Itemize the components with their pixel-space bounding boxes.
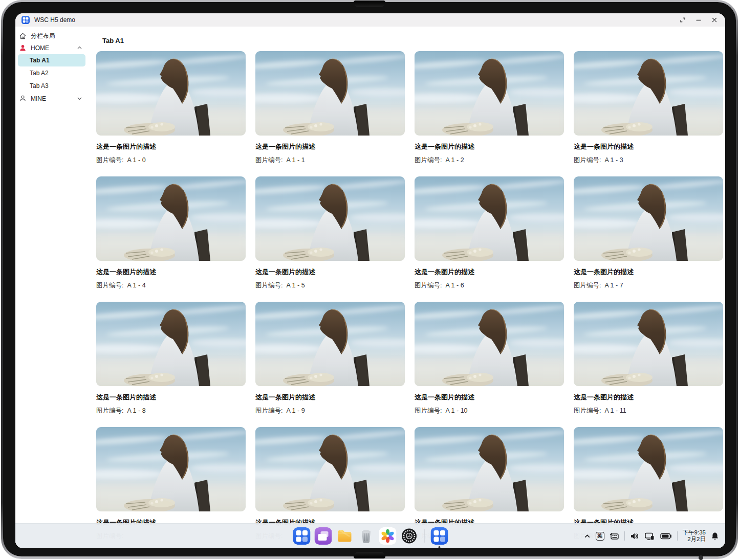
- language-indicator[interactable]: 英: [596, 532, 604, 541]
- screen: WSC H5 demo: [15, 13, 725, 548]
- image-card[interactable]: 这是一条图片的描述 图片编号:A 1 - 10: [415, 302, 564, 415]
- person-icon-outline: [19, 95, 27, 102]
- image-card[interactable]: 这是一条图片的描述 图片编号:A 1 - 11: [574, 302, 723, 415]
- card-number-value: A 1 - 0: [127, 156, 145, 164]
- system-tray: 英: [584, 524, 719, 548]
- volume-icon[interactable]: [630, 532, 639, 540]
- card-photo: [415, 302, 564, 386]
- tray-separator: [624, 531, 625, 541]
- card-number-prefix: 图片编号:: [96, 407, 123, 414]
- card-number-prefix: 图片编号:: [574, 282, 601, 289]
- card-number-prefix: 图片编号:: [574, 156, 601, 164]
- sidebar-group-home[interactable]: HOME: [15, 42, 85, 54]
- float-window-button[interactable]: [679, 16, 686, 24]
- settings-gear-icon[interactable]: [400, 527, 418, 545]
- close-button[interactable]: [711, 16, 718, 24]
- clock-date: 2月2日: [683, 536, 706, 543]
- app-launcher-icon[interactable]: [293, 527, 310, 545]
- card-number-value: A 1 - 8: [127, 407, 145, 414]
- card-number-line: 图片编号:A 1 - 2: [415, 156, 564, 165]
- card-number-line: 图片编号:A 1 - 3: [574, 156, 723, 165]
- card-number-value: A 1 - 1: [286, 156, 305, 164]
- clock[interactable]: 下午9:35 2月2日: [683, 529, 706, 543]
- card-number-value: A 1 - 2: [445, 156, 464, 164]
- chevron-up-icon: [77, 45, 82, 51]
- card-number-prefix: 图片编号:: [96, 282, 123, 289]
- sidebar-item-label: 分栏布局: [31, 32, 55, 40]
- battery-icon[interactable]: [660, 533, 672, 540]
- image-card[interactable]: 这是一条图片的描述 图片编号:A 1 - 4: [96, 176, 246, 290]
- card-number-prefix: 图片编号:: [415, 156, 442, 164]
- device-knob: [699, 555, 703, 560]
- card-photo: [96, 302, 246, 386]
- dock: [293, 524, 448, 548]
- card-number-line: 图片编号:A 1 - 7: [574, 281, 723, 290]
- files-folder-icon[interactable]: [336, 527, 353, 545]
- tab-label: Tab A1: [30, 57, 50, 64]
- card-number-line: 图片编号:A 1 - 11: [574, 407, 723, 415]
- card-photo: [96, 427, 246, 511]
- image-card[interactable]: 这是一条图片的描述 图片编号:A 1 - 1: [255, 51, 405, 165]
- sidebar-group-mine[interactable]: MINE: [15, 93, 85, 104]
- device-collaboration-icon[interactable]: [644, 532, 655, 541]
- tab-label: Tab A2: [30, 70, 49, 77]
- image-card[interactable]: 这是一条图片的描述 图片编号:A 1 - 3: [574, 51, 723, 165]
- card-photo: [255, 176, 405, 261]
- card-description: 这是一条图片的描述: [255, 393, 405, 402]
- page-title: Tab A1: [102, 37, 725, 44]
- image-card[interactable]: 这是一条图片的描述 图片编号:A 1 - 6: [415, 176, 564, 290]
- sidebar-item-tab-a3[interactable]: Tab A3: [18, 80, 85, 92]
- notification-bell-icon[interactable]: [711, 532, 719, 541]
- card-number-prefix: 图片编号:: [415, 282, 442, 289]
- card-number-value: A 1 - 7: [604, 282, 623, 289]
- taskbar: 英: [15, 523, 725, 548]
- image-card[interactable]: 这是一条图片的描述 图片编号:A 1 - 7: [574, 176, 723, 290]
- running-app-wsc[interactable]: [430, 527, 448, 545]
- hinge-bottom: [354, 552, 385, 558]
- tray-expand-icon[interactable]: [584, 533, 591, 540]
- card-grid: 这是一条图片的描述 图片编号:A 1 - 0 这是一条图片的描述 图片编号:A …: [96, 51, 725, 541]
- card-photo: [574, 302, 723, 386]
- card-photo: [255, 51, 405, 136]
- card-number-value: A 1 - 4: [127, 282, 145, 289]
- running-indicator-dot: [438, 546, 440, 548]
- image-card[interactable]: 这是一条图片的描述 图片编号:A 1 - 8: [96, 302, 246, 415]
- image-card[interactable]: 这是一条图片的描述 图片编号:A 1 - 2: [415, 51, 564, 165]
- card-photo: [255, 302, 405, 386]
- card-description: 这是一条图片的描述: [255, 142, 405, 151]
- trash-icon[interactable]: [357, 527, 375, 545]
- card-description: 这是一条图片的描述: [96, 142, 246, 151]
- image-card[interactable]: 这是一条图片的描述 图片编号:A 1 - 0: [96, 51, 246, 165]
- input-method-icon[interactable]: [610, 532, 619, 541]
- card-number-value: A 1 - 5: [286, 282, 305, 289]
- card-description: 这是一条图片的描述: [415, 393, 564, 402]
- sidebar-item-tab-a2[interactable]: Tab A2: [18, 67, 85, 79]
- card-photo: [574, 176, 723, 261]
- card-number-line: 图片编号:A 1 - 1: [255, 156, 405, 165]
- gallery-icon[interactable]: [379, 527, 396, 545]
- card-number-line: 图片编号:A 1 - 0: [96, 156, 246, 165]
- tab-label: Tab A3: [30, 82, 49, 89]
- app-grid-icon: [21, 16, 30, 24]
- card-number-line: 图片编号:A 1 - 6: [415, 281, 564, 290]
- window-titlebar: WSC H5 demo: [15, 13, 725, 27]
- card-number-line: 图片编号:A 1 - 10: [415, 407, 564, 415]
- home-icon: [19, 32, 27, 40]
- card-description: 这是一条图片的描述: [415, 267, 564, 277]
- card-number-prefix: 图片编号:: [255, 407, 282, 414]
- minimize-button[interactable]: [695, 16, 702, 24]
- sidebar-item-layout[interactable]: 分栏布局: [15, 30, 85, 42]
- card-photo: [415, 176, 564, 261]
- sidebar: 分栏布局 HOME Tab A1 Tab A2: [15, 27, 85, 548]
- card-number-prefix: 图片编号:: [415, 407, 442, 414]
- dock-separator: [424, 529, 424, 543]
- multi-window-icon[interactable]: [314, 527, 332, 545]
- image-card[interactable]: 这是一条图片的描述 图片编号:A 1 - 5: [255, 176, 405, 290]
- sidebar-group-label: HOME: [31, 44, 49, 52]
- image-card[interactable]: 这是一条图片的描述 图片编号:A 1 - 9: [255, 302, 405, 415]
- card-number-prefix: 图片编号:: [255, 282, 282, 289]
- card-photo: [255, 427, 405, 511]
- sidebar-item-tab-a1[interactable]: Tab A1: [18, 54, 85, 66]
- card-number-value: A 1 - 9: [286, 407, 305, 414]
- hinge-top: [354, 1, 385, 7]
